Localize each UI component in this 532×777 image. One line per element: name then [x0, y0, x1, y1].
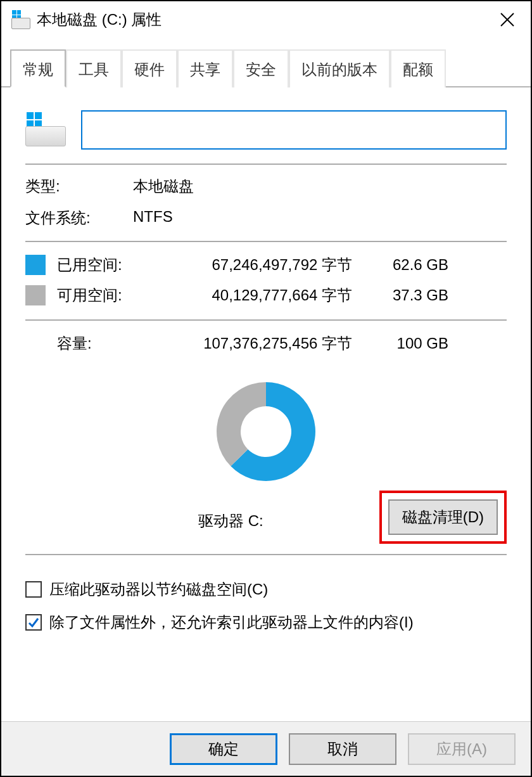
usage-donut-chart	[213, 379, 319, 484]
free-label: 可用空间:	[57, 285, 163, 305]
tab-hardware[interactable]: 硬件	[122, 49, 177, 87]
properties-dialog: 本地磁盘 (C:) 属性 常规 工具 硬件 共享 安全 以前的版本 配额 类型:	[0, 0, 532, 777]
highlight-box: 磁盘清理(D)	[379, 491, 507, 544]
index-checkbox[interactable]	[25, 614, 42, 631]
ok-button[interactable]: 确定	[170, 733, 277, 765]
tab-security[interactable]: 安全	[233, 49, 289, 87]
tab-tools[interactable]: 工具	[66, 49, 122, 87]
type-block: 类型: 本地磁盘 文件系统: NTFS	[25, 165, 507, 241]
tab-previous-versions[interactable]: 以前的版本	[289, 49, 390, 87]
title-bar: 本地磁盘 (C:) 属性	[1, 1, 531, 38]
filesystem-label: 文件系统:	[25, 208, 133, 228]
window-title: 本地磁盘 (C:) 属性	[37, 10, 491, 30]
compress-label: 压缩此驱动器以节约磁盘空间(C)	[49, 579, 268, 600]
index-label: 除了文件属性外，还允许索引此驱动器上文件的内容(I)	[49, 612, 414, 633]
tab-quota[interactable]: 配额	[390, 49, 446, 87]
driver-label: 驱动器 C:	[25, 511, 379, 531]
used-gb: 62.6 GB	[360, 256, 448, 274]
capacity-gb: 100 GB	[360, 335, 448, 352]
capacity-block: 容量: 107,376,275,456 字节 100 GB	[25, 321, 507, 368]
filesystem-value: NTFS	[133, 208, 507, 228]
free-swatch-icon	[25, 285, 46, 305]
volume-label-input[interactable]	[81, 110, 507, 150]
drive-large-icon	[25, 113, 66, 146]
close-button[interactable]	[491, 4, 523, 35]
index-checkbox-row: 除了文件属性外，还允许索引此驱动器上文件的内容(I)	[25, 612, 507, 633]
apply-button[interactable]: 应用(A)	[408, 733, 516, 765]
disk-cleanup-button[interactable]: 磁盘清理(D)	[388, 499, 498, 535]
chart-area: 驱动器 C: 磁盘清理(D)	[25, 368, 507, 554]
used-space-row: 已用空间: 67,246,497,792 字节 62.6 GB	[25, 255, 507, 275]
space-block: 已用空间: 67,246,497,792 字节 62.6 GB 可用空间: 40…	[25, 242, 507, 319]
free-gb: 37.3 GB	[360, 286, 448, 304]
tab-strip: 常规 工具 硬件 共享 安全 以前的版本 配额	[1, 48, 531, 87]
used-label: 已用空间:	[57, 255, 163, 275]
compress-checkbox[interactable]	[25, 581, 42, 598]
free-space-row: 可用空间: 40,129,777,664 字节 37.3 GB	[25, 285, 507, 305]
volume-label-row	[25, 103, 507, 164]
tab-general[interactable]: 常规	[10, 49, 66, 87]
checkbox-block: 压缩此驱动器以节约磁盘空间(C) 除了文件属性外，还允许索引此驱动器上文件的内容…	[25, 555, 507, 633]
cancel-button[interactable]: 取消	[289, 733, 396, 765]
type-label: 类型:	[25, 176, 133, 196]
capacity-bytes: 107,376,275,456 字节	[163, 333, 360, 354]
compress-checkbox-row: 压缩此驱动器以节约磁盘空间(C)	[25, 579, 507, 600]
close-icon	[500, 13, 514, 27]
used-bytes: 67,246,497,792 字节	[163, 255, 360, 275]
dialog-footer: 确定 取消 应用(A)	[1, 721, 531, 776]
used-swatch-icon	[25, 255, 46, 275]
tab-content-general: 类型: 本地磁盘 文件系统: NTFS 已用空间: 67,246,497,792…	[1, 87, 531, 721]
tab-sharing[interactable]: 共享	[177, 49, 233, 87]
free-bytes: 40,129,777,664 字节	[163, 285, 360, 305]
type-value: 本地磁盘	[133, 176, 507, 196]
capacity-row: 容量: 107,376,275,456 字节 100 GB	[25, 333, 507, 354]
drive-icon	[11, 10, 30, 29]
capacity-label: 容量:	[57, 333, 163, 354]
